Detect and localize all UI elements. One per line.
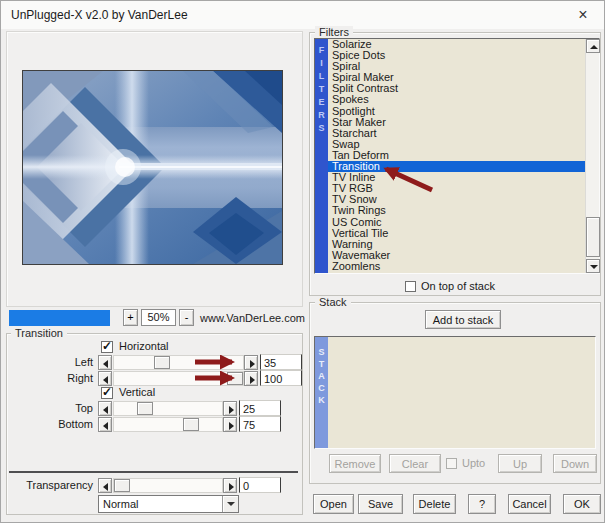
left-value-field[interactable]: 35 [260, 354, 302, 370]
unplugged-x-dialog: UnPlugged-X v2.0 by VanDerLee × [0, 0, 605, 523]
bottom-slider-thumb[interactable] [183, 418, 199, 431]
chevron-down-icon[interactable] [222, 496, 238, 512]
filter-item[interactable]: Spice Dots [328, 50, 585, 61]
on-top-of-stack-checkbox[interactable] [405, 281, 416, 292]
filter-item[interactable]: Vertical Tile [328, 228, 585, 239]
title-bar: UnPlugged-X v2.0 by VanDerLee × [1, 1, 604, 29]
right-slider-label: Right [41, 371, 93, 386]
transparency-slider-increment-icon[interactable] [223, 478, 237, 493]
filter-item[interactable]: Split Contrast [328, 83, 585, 94]
upto-checkbox-label: Upto [462, 457, 485, 470]
filter-item[interactable]: Star Maker [328, 117, 585, 128]
filter-item[interactable]: Spotlight [328, 106, 585, 117]
close-icon[interactable]: × [572, 4, 594, 26]
website-text: www.VanDerLee.com [200, 312, 305, 324]
bottom-value-field[interactable]: 75 [239, 416, 281, 432]
filter-item[interactable]: Spiral [328, 61, 585, 72]
scroll-down-icon[interactable] [586, 259, 600, 273]
delete-button[interactable]: Delete [413, 494, 456, 514]
filter-item[interactable]: Tan Deform [328, 150, 585, 161]
filter-item[interactable]: TV RGB [328, 183, 585, 194]
blend-mode-select[interactable]: Normal [98, 495, 239, 513]
filter-item[interactable]: TV Snow [328, 194, 585, 205]
ok-button[interactable]: OK [563, 494, 601, 514]
bottom-slider-increment-icon[interactable] [223, 417, 237, 432]
top-slider-decrement-icon[interactable] [98, 401, 112, 416]
help-button[interactable]: ? [468, 494, 496, 514]
filter-item[interactable]: Transition [328, 161, 585, 172]
horizontal-checkbox-label: Horizontal [119, 340, 169, 353]
right-slider-decrement-icon[interactable] [98, 371, 112, 386]
transparency-slider-thumb[interactable] [114, 479, 130, 492]
stack-list [328, 337, 595, 448]
bottom-slider-track[interactable] [113, 417, 223, 432]
zoom-out-button[interactable]: - [179, 309, 194, 326]
transition-divider [9, 471, 298, 473]
transparency-slider-track[interactable] [113, 478, 223, 493]
transparency-slider-decrement-icon[interactable] [98, 478, 112, 493]
add-to-stack-button[interactable]: Add to stack [425, 310, 501, 329]
up-button[interactable]: Up [498, 454, 542, 473]
stack-group-label: Stack [315, 296, 351, 308]
zoom-in-button[interactable]: + [123, 309, 138, 326]
filters-group-label: Filters [315, 26, 353, 38]
top-slider-track[interactable] [113, 401, 223, 416]
bottom-slider-decrement-icon[interactable] [98, 417, 112, 432]
filters-band: FILTERS [315, 39, 328, 273]
stack-band: STACK [315, 337, 328, 448]
top-slider-increment-icon[interactable] [223, 401, 237, 416]
blend-mode-value: Normal [103, 498, 138, 511]
cancel-button[interactable]: Cancel [508, 494, 551, 514]
transparency-slider-label: Transparency [9, 478, 93, 493]
filter-item[interactable]: Warning [328, 239, 585, 250]
filters-list-frame: FILTERS SolarizeSpice DotsSpiralSpiral M… [314, 38, 600, 274]
transition-group-label: Transition [11, 327, 67, 339]
scrollbar-thumb[interactable] [586, 217, 600, 257]
right-slider-thumb[interactable] [227, 372, 243, 385]
remove-button[interactable]: Remove [329, 454, 381, 473]
filter-item[interactable]: Swap [328, 139, 585, 150]
filter-item[interactable]: Twin Rings [328, 205, 585, 216]
filter-item[interactable]: Starchart [328, 128, 585, 139]
vertical-checkbox[interactable] [101, 387, 113, 399]
filter-item[interactable]: Solarize [328, 39, 585, 50]
filter-item[interactable]: Wavemaker [328, 250, 585, 261]
transparency-value-field[interactable]: 0 [239, 477, 281, 493]
window-title: UnPlugged-X v2.0 by VanDerLee [11, 1, 188, 29]
zoom-level: 50% [141, 309, 176, 326]
left-slider-track[interactable] [113, 355, 244, 370]
open-button[interactable]: Open [313, 494, 354, 514]
preview-image [22, 70, 283, 265]
left-slider-thumb[interactable] [154, 356, 170, 369]
left-slider-label: Left [41, 355, 93, 370]
filters-scrollbar[interactable] [585, 39, 599, 273]
right-value-field[interactable]: 100 [260, 370, 302, 386]
stack-list-frame: STACK [314, 336, 596, 449]
transition-preview-art [23, 71, 282, 264]
top-slider-thumb[interactable] [137, 402, 153, 415]
filter-item[interactable]: TV Inline [328, 172, 585, 183]
clear-button[interactable]: Clear [389, 454, 441, 473]
save-button[interactable]: Save [358, 494, 403, 514]
bottom-slider-label: Bottom [41, 417, 93, 432]
on-top-of-stack-label: On top of stack [421, 280, 495, 293]
top-slider-label: Top [41, 401, 93, 416]
render-progress-bar [9, 310, 110, 326]
filter-item[interactable]: US Comic [328, 217, 585, 228]
left-slider-increment-icon[interactable] [244, 355, 258, 370]
filter-item[interactable]: Spiral Maker [328, 72, 585, 83]
right-slider-increment-icon[interactable] [244, 371, 258, 386]
down-button[interactable]: Down [553, 454, 597, 473]
filters-list: SolarizeSpice DotsSpiralSpiral MakerSpli… [328, 39, 585, 273]
left-slider-decrement-icon[interactable] [98, 355, 112, 370]
top-value-field[interactable]: 25 [239, 400, 281, 416]
vertical-checkbox-label: Vertical [119, 386, 155, 399]
upto-checkbox[interactable] [446, 458, 457, 469]
horizontal-checkbox[interactable] [101, 341, 113, 353]
right-slider-track[interactable] [113, 371, 244, 386]
filter-item[interactable]: Spokes [328, 94, 585, 105]
scroll-up-icon[interactable] [586, 39, 600, 53]
filter-item[interactable]: Zoomlens [328, 261, 585, 272]
